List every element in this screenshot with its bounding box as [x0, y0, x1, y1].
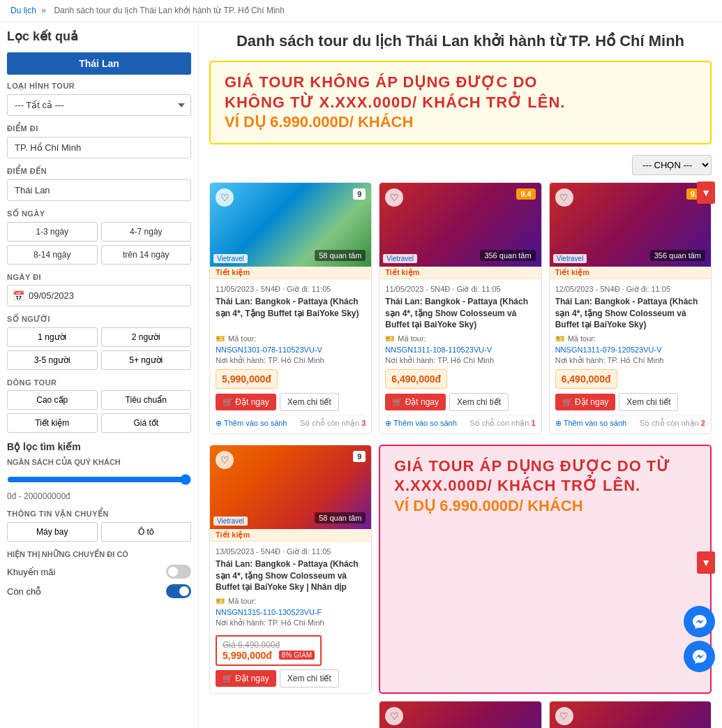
- tour-card-2-title: Thái Lan: Bangkok - Pattaya (Khách sạn 4…: [385, 296, 535, 331]
- filter-show-trips: HIỆN THỊ NHỮNG CHUYẾN ĐI CÓ Khuyến mãi C…: [7, 550, 191, 598]
- tour-card-4-favorite[interactable]: ♡: [216, 451, 234, 469]
- tour-card-3-views: 356 quan tâm: [650, 250, 705, 261]
- row2-container: ♡ 9 58 quan tâm Vietravel Tiết kiệm 13/0…: [209, 445, 712, 728]
- tour-card-4-detail-btn[interactable]: Xem chi tiết: [280, 669, 339, 688]
- tour-card-4-price-row: 5,990,000đ 8% GIẢM: [223, 650, 315, 661]
- tour-card-1-badge-num: 9: [353, 188, 366, 200]
- people-label: SỐ NGƯỜI: [7, 315, 191, 324]
- tour-card-1-favorite[interactable]: ♡: [216, 188, 234, 207]
- tour-card-4-image: ♡ 9 58 quan tâm Vietravel: [210, 445, 371, 529]
- days-label: SỐ NGÀY: [7, 209, 191, 218]
- tour-class-label: DÒNG TOUR: [7, 378, 191, 387]
- tour-card-3-book-btn[interactable]: 🛒 Đặt ngay: [555, 394, 616, 410]
- budget-slider[interactable]: [7, 474, 191, 485]
- fb-chat-button[interactable]: [684, 641, 715, 672]
- tour-card-4-code-value: NNSGN1315-110-130523VU-F: [216, 608, 366, 616]
- tour-card-2-score: 9.4: [516, 188, 535, 200]
- active-filter-button[interactable]: Thái Lan: [7, 52, 191, 75]
- tour-card-2-detail-btn[interactable]: Xem chi tiết: [449, 393, 509, 411]
- tour-card-1-title: Thái Lan: Bangkok - Pattaya (Khách sạn 4…: [216, 296, 366, 331]
- tour-card-4-badge-num: 9: [353, 451, 366, 462]
- departure-input[interactable]: [7, 137, 191, 158]
- tour-card-1: ♡ 9 58 quan tâm Vietravel Tiết kiệm 11/0…: [209, 182, 372, 434]
- toggle-available[interactable]: [166, 584, 191, 598]
- tour-card-3-image: ♡ 9.4 356 quan tâm Vietravel: [550, 183, 711, 267]
- budget-range-text: 0đ - 200000000đ: [7, 491, 191, 501]
- people-btn-1[interactable]: 1 người: [7, 327, 98, 347]
- fb-chat-button-2[interactable]: [684, 606, 715, 637]
- tour-card-4-book-btn[interactable]: 🛒 Đặt ngay: [216, 670, 276, 687]
- tour-card-1-actions: 🛒 Đặt ngay Xem chi tiết: [216, 393, 366, 411]
- tour-card-4-price-new: 5,990,000đ: [223, 650, 272, 661]
- ticket-icon-1: 🎫: [216, 334, 225, 343]
- tour-card-1-detail-btn[interactable]: Xem chi tiết: [280, 393, 339, 411]
- ticket-icon-3: 🎫: [555, 334, 565, 343]
- promo-text-line2: KHÔNG TỪ X.XXX.000D/ KHÁCH TRỞ LÊN.: [225, 93, 696, 113]
- departure-date-input[interactable]: [7, 285, 191, 306]
- transport-btn-car[interactable]: Ô tô: [101, 522, 192, 542]
- tour-card-2: ♡ 9.4 356 quan tâm Vietravel Tiết kiệm 1…: [379, 182, 541, 434]
- tour-card-4-price-box: Giá 6,490,000đ 5,990,000đ 8% GIẢM: [216, 635, 322, 666]
- toggle-promo-label: Khuyến mãi: [7, 567, 55, 577]
- filter-budget: NGÂN SÁCH CỦA QUÝ KHÁCH 0đ - 200000000đ: [7, 458, 191, 501]
- departure-date-label: NGÀY ĐI: [7, 273, 191, 281]
- tour-card-2-code-row: 🎫 Mã tour:: [385, 334, 535, 343]
- tour-card-3-actions: 🛒 Đặt ngay Xem chi tiết: [555, 393, 705, 411]
- tour-card-2-image: ♡ 9.4 356 quan tâm Vietravel: [379, 183, 541, 267]
- scroll-down-button[interactable]: ▼: [697, 551, 715, 574]
- tour-card-2-price: 6,490,000đ: [391, 373, 441, 385]
- tour-card-5-favorite[interactable]: ♡: [385, 707, 403, 725]
- tours-grid-row1: ♡ 9 58 quan tâm Vietravel Tiết kiệm 11/0…: [209, 182, 712, 434]
- class-btn-gia-tot[interactable]: Giá tốt: [101, 413, 192, 433]
- tour-card-4-code-row: 🎫 Mã tour:: [216, 597, 366, 606]
- day-btn-8-14[interactable]: 8-14 ngày: [7, 245, 98, 265]
- promo-text-line1: GIÁ TOUR KHÔNG ÁP DỤNG ĐƯỢC DO: [225, 73, 696, 93]
- tour-card-3-favorite[interactable]: ♡: [555, 188, 573, 207]
- transport-btn-plane[interactable]: Máy bay: [7, 522, 98, 542]
- tour-card-2-type: Tiết kiệm: [379, 267, 541, 279]
- class-btn-tiet-kiem[interactable]: Tiết kiệm: [7, 413, 98, 433]
- tour-card-2-favorite[interactable]: ♡: [385, 188, 403, 207]
- tour-card-1-body: 11/05/2023 - 5N4Đ · Giờ đi: 11:05 Thái L…: [210, 279, 371, 433]
- day-btn-1-3[interactable]: 1-3 ngày: [7, 222, 98, 242]
- people-btn-2[interactable]: 2 người: [101, 327, 192, 347]
- tour-card-1-price: 5,990,000đ: [222, 373, 271, 385]
- tour-card-4-views: 58 quan tâm: [315, 512, 366, 523]
- class-btn-tieu-chuan[interactable]: Tiêu chuẩn: [101, 390, 192, 410]
- tour-card-2-book-btn[interactable]: 🛒 Đặt ngay: [385, 394, 446, 410]
- promo2-line2: X.XXX.000D/ KHÁCH TRỞ LÊN.: [394, 476, 696, 496]
- filter-departure: ĐIỂM ĐI: [7, 124, 191, 158]
- tour-card-5-image: ♡ Vietravel: [379, 701, 541, 728]
- toggle-available-row: Còn chỗ: [7, 584, 191, 598]
- sort-select[interactable]: --- CHỌN ---: [632, 155, 712, 175]
- breadcrumb: Du lịch » Danh sách tour du lịch Thái La…: [0, 0, 722, 22]
- people-btn-3-5[interactable]: 3-5 người: [7, 350, 98, 370]
- toggle-promo[interactable]: [166, 565, 191, 579]
- day-btn-4-7[interactable]: 4-7 ngày: [101, 222, 192, 242]
- tour-card-3-detail-btn[interactable]: Xem chi tiết: [619, 393, 678, 411]
- breadcrumb-home-link[interactable]: Du lịch: [10, 6, 36, 15]
- tour-type-select[interactable]: --- Tất cả ---: [7, 94, 191, 116]
- promo-text-line3: VÍ DỤ 6.990.000D/ KHÁCH: [225, 112, 696, 133]
- tour-card-4-title: Thái Lan: Bangkok - Pattaya (Khách sạn 4…: [216, 558, 366, 593]
- scroll-up-button[interactable]: ▼: [697, 181, 715, 204]
- tour-card-1-date: 11/05/2023 - 5N4Đ · Giờ đi: 11:05: [216, 285, 366, 294]
- tour-card-2-slots: Số chỗ còn nhận 1: [469, 419, 535, 428]
- day-btn-over-14[interactable]: trên 14 ngày: [101, 245, 192, 265]
- people-btn-5plus[interactable]: 5+ người: [101, 350, 192, 370]
- tour-card-1-slots: Số chỗ còn nhận 3: [300, 419, 366, 428]
- date-input-wrapper: 📅: [7, 285, 191, 306]
- tour-card-1-type: Tiết kiệm: [210, 267, 371, 279]
- tour-card-6-favorite[interactable]: ♡: [555, 707, 573, 725]
- tour-card-2-compare[interactable]: ⊕ Thêm vào so sánh: [385, 419, 457, 428]
- tour-type-label: LOẠI HÌNH TOUR: [7, 82, 191, 91]
- class-btn-cao-cap[interactable]: Cao cấp: [7, 390, 98, 410]
- tour-card-1-compare[interactable]: ⊕ Thêm vào so sánh: [216, 419, 287, 428]
- tour-card-1-book-btn[interactable]: 🛒 Đặt ngay: [216, 394, 276, 410]
- tour-card-3-compare[interactable]: ⊕ Thêm vào so sánh: [555, 419, 627, 428]
- tour-card-4-provider: Vietravel: [213, 517, 248, 526]
- tour-card-3-compare-row: ⊕ Thêm vào so sánh Số chỗ còn nhận 2: [555, 415, 705, 428]
- destination-input[interactable]: [7, 179, 191, 201]
- sidebar-title: Lọc kết quả: [7, 29, 191, 44]
- people-grid: 1 người 2 người 3-5 người 5+ người: [7, 327, 191, 370]
